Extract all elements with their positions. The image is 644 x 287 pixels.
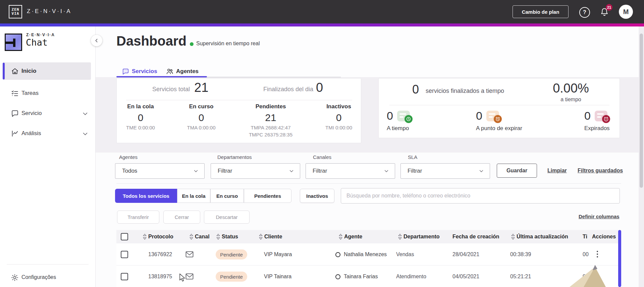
column-header-tiempo[interactable]: Ti bbox=[583, 234, 587, 240]
stat-inactivos: Inactivos 0 TMI 0:00:00 bbox=[310, 103, 367, 130]
chevron-down-icon bbox=[82, 130, 89, 137]
sidebar-product-name: Chat bbox=[26, 37, 48, 48]
sla-finished-value: 0 bbox=[412, 82, 419, 97]
sidebar-item-tareas[interactable]: Tareas bbox=[0, 84, 96, 102]
column-header-fecha[interactable]: Fecha de creación bbox=[452, 234, 499, 240]
column-header-protocolo[interactable]: Protocolo bbox=[143, 234, 173, 240]
table-scrollbar-thumb[interactable] bbox=[618, 230, 621, 287]
cell-departamento: Vendas bbox=[396, 251, 414, 257]
row-checkbox[interactable] bbox=[121, 251, 128, 258]
cell-agente: Nathalia Menezes bbox=[344, 251, 387, 257]
departamentos-select[interactable]: Filtrar bbox=[211, 163, 300, 179]
sla-item-value: 0 bbox=[387, 109, 393, 122]
sidebar-divider bbox=[7, 264, 89, 265]
discard-button[interactable]: Descartar bbox=[204, 211, 250, 224]
service-tab-pendientes[interactable]: Pendientes bbox=[244, 189, 291, 203]
column-header-canal[interactable]: Canal bbox=[190, 234, 210, 240]
column-label: Protocolo bbox=[148, 234, 173, 240]
column-header-departamento[interactable]: Departamento bbox=[398, 234, 440, 240]
sort-icon bbox=[259, 234, 263, 240]
zenvia-maze-logo-icon: ZEN VIA bbox=[9, 5, 22, 18]
sidebar-item-label: Configurações bbox=[21, 274, 56, 280]
sidebar-item-configuracoes[interactable]: Configurações bbox=[0, 269, 96, 286]
cell-fecha: 04/05/2021 bbox=[452, 274, 479, 280]
tab-servicios[interactable]: Servicios bbox=[122, 67, 157, 76]
stat-label: En la cola bbox=[112, 103, 169, 110]
help-icon[interactable]: ? bbox=[579, 7, 590, 18]
pencil-corner-art bbox=[566, 265, 607, 287]
stat-value: 21 bbox=[242, 112, 299, 123]
stat-value: 0 bbox=[310, 112, 367, 123]
column-header-ultima[interactable]: Última actualización bbox=[511, 234, 568, 240]
page-title: Dashboard bbox=[116, 34, 186, 49]
column-label: Canal bbox=[195, 234, 210, 240]
notifications-bell-icon[interactable]: 21 bbox=[598, 6, 610, 18]
agentes-select[interactable]: Todos bbox=[115, 163, 205, 179]
cell-ultima: 05:21:21 bbox=[510, 274, 531, 280]
cell-tiempo-clipped: 00 bbox=[583, 251, 589, 257]
save-filters-button[interactable]: Guardar bbox=[497, 164, 537, 178]
column-header-status[interactable]: Status bbox=[216, 234, 238, 240]
column-header-cliente[interactable]: Cliente bbox=[259, 234, 282, 240]
column-header-agente[interactable]: Agente bbox=[339, 234, 362, 240]
row-actions-menu[interactable] bbox=[595, 249, 599, 259]
total-label: Servicios total bbox=[152, 86, 190, 93]
search-input[interactable] bbox=[341, 188, 620, 204]
row-checkbox[interactable] bbox=[121, 273, 128, 280]
stat-time: TMI 0:00:00 bbox=[310, 125, 367, 130]
svg-text:!: ! bbox=[605, 118, 606, 121]
chat-bubble-icon bbox=[11, 109, 19, 118]
sidebar-item-inicio[interactable]: Inicio bbox=[0, 62, 96, 80]
service-tab-en-curso[interactable]: En curso bbox=[210, 189, 244, 203]
define-columns-link[interactable]: Definir columnas bbox=[579, 214, 620, 219]
sidebar-item-analisis[interactable]: Análisis bbox=[0, 125, 96, 142]
table-row[interactable]: 13676922 Pendiente VIP Mayara Nathalia M… bbox=[116, 243, 621, 266]
service-tab-inactivos[interactable]: Inactivos bbox=[300, 189, 334, 203]
sidebar-brand-text: Z·E·N·V·I·A bbox=[26, 33, 55, 37]
home-icon bbox=[11, 67, 19, 75]
select-value: Filtrar bbox=[313, 168, 327, 174]
transfer-button[interactable]: Transferir bbox=[117, 211, 159, 224]
help-glyph: ? bbox=[583, 9, 586, 15]
stat-pendientes: Pendientes 21 TMPA 2688:42:47 TMPC 26375… bbox=[242, 103, 299, 137]
canales-select[interactable]: Filtrar bbox=[306, 163, 395, 179]
live-status-dot bbox=[190, 42, 194, 46]
agents-people-icon bbox=[166, 67, 174, 75]
filter-label-agentes: Agentes bbox=[119, 154, 138, 160]
sla-percent-label: a tiempo bbox=[542, 97, 599, 103]
line-chart-icon bbox=[11, 129, 19, 138]
cell-departamento: Atendimento bbox=[396, 274, 426, 280]
chevron-down-icon bbox=[193, 168, 199, 174]
stat-value: 0 bbox=[112, 112, 169, 123]
sla-item-label: A tiempo bbox=[387, 125, 410, 132]
sort-icon bbox=[339, 234, 342, 240]
sidebar-item-servicio[interactable]: Servicio bbox=[0, 105, 96, 122]
service-tab-en-la-cola[interactable]: En la cola bbox=[177, 189, 210, 203]
maze-logo-bottom-text: VIA bbox=[12, 12, 19, 16]
total-value: 21 bbox=[194, 80, 208, 95]
tab-agentes[interactable]: Agentes bbox=[166, 67, 199, 76]
change-plan-button[interactable]: Cambio de plan bbox=[513, 5, 569, 18]
select-value: Filtrar bbox=[408, 168, 422, 174]
cell-fecha: 28/04/2021 bbox=[452, 251, 479, 257]
sidebar-collapse-button[interactable] bbox=[91, 35, 102, 46]
filter-label-sla: SLA bbox=[408, 154, 417, 160]
table-row[interactable]: 13818975 Pendiente VIP Tainara Tainara F… bbox=[116, 266, 621, 287]
page-scrollbar-thumb[interactable] bbox=[640, 34, 643, 188]
sla-select[interactable]: Filtrar bbox=[400, 163, 490, 179]
chevron-down-icon bbox=[82, 110, 89, 117]
stat-time: TMA 0:00:00 bbox=[173, 125, 230, 130]
gear-icon bbox=[11, 274, 19, 282]
user-avatar[interactable]: M bbox=[619, 5, 633, 19]
sort-icon bbox=[216, 234, 220, 240]
saved-filters-link[interactable]: Filtros guardados bbox=[578, 168, 623, 174]
clear-filters-link[interactable]: Limpiar bbox=[547, 168, 567, 174]
cell-cliente: VIP Tainara bbox=[264, 274, 291, 280]
stat-label: Pendientes bbox=[242, 103, 299, 110]
select-all-checkbox[interactable] bbox=[121, 233, 128, 240]
stat-en-la-cola: En la cola 0 TME 0:00:00 bbox=[112, 103, 169, 130]
sla-finished-label: servicios finalizados a tiempo bbox=[426, 88, 504, 95]
column-label: Departamento bbox=[404, 234, 440, 240]
service-tab-todos[interactable]: Todos los servicios bbox=[115, 189, 177, 203]
close-button[interactable]: Cerrar bbox=[163, 211, 200, 224]
